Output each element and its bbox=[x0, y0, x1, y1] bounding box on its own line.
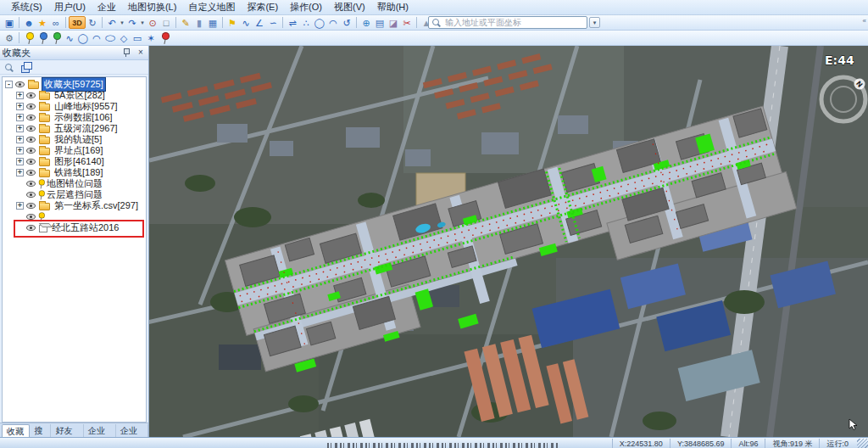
visibility-eye-icon[interactable] bbox=[26, 170, 36, 176]
panel-autohide-pin-icon[interactable] bbox=[122, 48, 130, 58]
layers-icon[interactable] bbox=[21, 62, 31, 72]
menu-item-1[interactable]: 用户(U) bbox=[48, 0, 92, 14]
address-search-box[interactable] bbox=[428, 16, 587, 29]
image-icon[interactable]: ▦ bbox=[206, 16, 220, 30]
tree-expand-toggle[interactable]: + bbox=[16, 169, 24, 176]
tree-expand-toggle[interactable]: + bbox=[16, 136, 24, 143]
star-burst-icon[interactable]: ✶ bbox=[144, 31, 158, 45]
rectangle-shape-icon[interactable]: ▭ bbox=[131, 31, 144, 45]
tree-expand-toggle[interactable]: - bbox=[5, 81, 13, 88]
panel-close-icon[interactable]: × bbox=[136, 48, 146, 58]
globe-icon[interactable]: ⊕ bbox=[359, 16, 373, 30]
panel-title: 收藏夹 bbox=[3, 47, 122, 59]
tree-row-13[interactable]: 经北五路站2016 bbox=[3, 222, 146, 233]
tree-expand-toggle[interactable]: + bbox=[16, 103, 24, 110]
visibility-eye-icon[interactable] bbox=[15, 81, 25, 87]
curve-icon[interactable]: ∽ bbox=[266, 16, 280, 30]
green-pin-icon[interactable] bbox=[49, 31, 63, 45]
tree-expand-toggle[interactable]: + bbox=[16, 158, 24, 165]
toolbar-separator bbox=[416, 17, 417, 28]
tree-expand-toggle[interactable]: + bbox=[16, 202, 24, 210]
tree-expand-toggle[interactable]: + bbox=[16, 147, 24, 154]
visibility-eye-icon[interactable] bbox=[26, 104, 36, 109]
track-polyline-icon[interactable]: ∿ bbox=[63, 31, 76, 45]
toolbar-separator bbox=[222, 17, 223, 28]
redo-icon[interactable]: ↷ bbox=[125, 16, 139, 30]
circle-draw-icon[interactable]: ◯ bbox=[313, 16, 326, 30]
binoculars-icon[interactable]: ∞ bbox=[49, 16, 63, 30]
panel-tab-4[interactable]: 企业云... bbox=[116, 424, 148, 437]
rotate-view-icon[interactable]: ↻ bbox=[86, 16, 99, 30]
panel-tab-1[interactable]: 搜索 bbox=[30, 424, 51, 437]
arc-draw-icon[interactable]: ◠ bbox=[326, 16, 340, 30]
menu-item-4[interactable]: 自定义地图 bbox=[182, 0, 241, 14]
undo-dropdown-caret[interactable]: ▾ bbox=[119, 16, 125, 30]
folder-icon bbox=[39, 170, 50, 177]
ruler-icon[interactable]: ▮ bbox=[192, 16, 206, 30]
favorites-star-icon[interactable]: ★ bbox=[36, 16, 49, 30]
blue-pin-icon[interactable] bbox=[36, 31, 49, 45]
visibility-eye-icon[interactable] bbox=[26, 203, 36, 209]
undo-icon[interactable]: ↶ bbox=[105, 16, 119, 30]
tree-expand-toggle[interactable]: + bbox=[16, 92, 24, 99]
angle-measure-icon[interactable]: ∠ bbox=[253, 16, 266, 30]
map-3d-view[interactable]: E:44 N bbox=[149, 46, 868, 437]
tree-search-icon[interactable] bbox=[4, 63, 14, 72]
resize-grip[interactable] bbox=[857, 439, 868, 448]
tree-expand-toggle[interactable]: + bbox=[16, 114, 24, 121]
visibility-eye-icon[interactable] bbox=[26, 214, 36, 220]
menu-item-0[interactable]: 系统(S) bbox=[5, 0, 48, 14]
point-set-icon[interactable]: ∴ bbox=[299, 16, 313, 30]
3d-model-icon bbox=[39, 225, 47, 232]
visibility-eye-icon[interactable] bbox=[26, 225, 36, 231]
visibility-eye-icon[interactable] bbox=[26, 92, 36, 98]
visibility-eye-icon[interactable] bbox=[26, 126, 36, 132]
tree-row-11[interactable]: +第一坐标系.csv[297] bbox=[3, 200, 146, 211]
scissors-icon[interactable]: ✂ bbox=[400, 16, 414, 30]
visibility-eye-icon[interactable] bbox=[26, 148, 36, 154]
menu-item-6[interactable]: 操作(O) bbox=[284, 0, 328, 14]
folder-icon bbox=[39, 92, 50, 100]
eraser-icon[interactable]: ◪ bbox=[387, 16, 400, 30]
lock-icon[interactable]: ⊙ bbox=[146, 16, 159, 30]
3d-mode-button[interactable]: 3D bbox=[69, 16, 86, 29]
circle-shape-icon[interactable]: ◯ bbox=[76, 31, 90, 45]
marquee-select-icon[interactable]: □ bbox=[159, 16, 173, 30]
visibility-eye-icon[interactable] bbox=[26, 192, 36, 198]
route-arrows-icon[interactable]: ⇌ bbox=[286, 16, 299, 30]
diamond-shape-icon[interactable]: ◇ bbox=[117, 31, 131, 45]
flag-pin-icon[interactable]: ⚑ bbox=[225, 16, 239, 30]
map-snapshot-icon[interactable]: ▤ bbox=[373, 16, 387, 30]
menu-item-2[interactable]: 企业 bbox=[92, 0, 122, 14]
map-viewport[interactable]: E:44 N bbox=[149, 46, 868, 437]
pencil-icon[interactable]: ✎ bbox=[179, 16, 192, 30]
ellipse-shape-icon[interactable]: ◯ bbox=[103, 34, 117, 42]
address-search-dropdown-caret[interactable]: ▾ bbox=[589, 17, 600, 28]
user-icon[interactable]: ☻ bbox=[22, 16, 36, 30]
settings-gear-icon[interactable]: ⚙ bbox=[3, 31, 16, 45]
polyline-icon[interactable]: ∿ bbox=[239, 16, 253, 30]
red-pin-icon[interactable] bbox=[158, 31, 171, 45]
rotate-shape-icon[interactable]: ↺ bbox=[340, 16, 353, 30]
panel-header: 收藏夹 × bbox=[0, 46, 148, 60]
toolbar-overflow-button[interactable]: « bbox=[863, 17, 866, 25]
visibility-eye-icon[interactable] bbox=[26, 137, 36, 143]
save-icon[interactable]: ▣ bbox=[3, 16, 16, 30]
address-search-input[interactable] bbox=[443, 17, 587, 28]
tree-expand-toggle[interactable]: + bbox=[16, 125, 24, 132]
panel-tab-3[interactable]: 企业用... bbox=[84, 424, 116, 437]
panel-tab-2[interactable]: 好友列... bbox=[51, 424, 83, 437]
visibility-eye-icon[interactable] bbox=[26, 159, 36, 165]
panel-tab-0[interactable]: 收藏夹 bbox=[2, 424, 30, 437]
menu-item-3[interactable]: 地图切换(L) bbox=[122, 0, 182, 14]
yellow-pin-icon[interactable] bbox=[22, 31, 36, 45]
toolbar-separator bbox=[65, 17, 66, 28]
menu-item-5[interactable]: 探索(E) bbox=[241, 0, 284, 14]
menu-item-7[interactable]: 视图(V) bbox=[328, 0, 371, 14]
arc-shape-icon[interactable]: ◠ bbox=[90, 31, 103, 45]
visibility-eye-icon[interactable] bbox=[26, 181, 36, 187]
menu-item-8[interactable]: 帮助(H) bbox=[371, 0, 415, 14]
redo-dropdown-caret[interactable]: ▾ bbox=[139, 16, 146, 30]
visibility-eye-icon[interactable] bbox=[26, 115, 36, 120]
toolbar-separator bbox=[19, 17, 19, 28]
